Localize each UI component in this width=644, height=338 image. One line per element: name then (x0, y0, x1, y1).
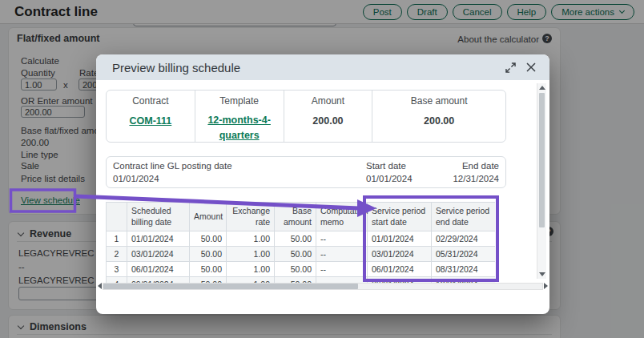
table-cell: 06/01/2024 (368, 262, 432, 277)
schedule-table-head-row: Scheduled billing dateAmountExchange rat… (107, 203, 496, 231)
amount-value: 200.00 (312, 115, 343, 127)
summary-contract: Contract COM-111 (107, 91, 195, 142)
scroll-left-icon[interactable] (98, 283, 102, 289)
billing-schedule-table: Scheduled billing dateAmountExchange rat… (106, 202, 495, 283)
table-cell: 1.00 (227, 262, 275, 277)
gl-posting-date-label: Contract line GL posting date (113, 161, 232, 171)
preview-billing-schedule-modal: Preview billing schedule Contract COM-11… (96, 54, 549, 314)
end-date-group: End date 12/31/2024 (453, 161, 499, 183)
column-header: Computation memo (316, 203, 368, 231)
table-row: 306/01/202450.001.0050.00--06/01/202408/… (107, 262, 496, 277)
table-cell: 50.00 (190, 231, 227, 247)
schedule-table-body: 101/01/202450.001.0050.00--01/01/202402/… (107, 231, 496, 283)
summary-template: Template 12-months-4-quarters (195, 91, 284, 142)
modal-header: Preview billing schedule (96, 54, 549, 80)
row-number: 1 (107, 231, 127, 247)
column-header: Exchange rate (227, 203, 275, 231)
schedule-summary-card: Contract COM-111 Template 12-months-4-qu… (106, 90, 506, 143)
table-cell: 08/31/2024 (432, 262, 496, 277)
table-cell: 03/01/2024 (127, 247, 190, 262)
scroll-right-icon[interactable] (544, 283, 548, 289)
column-header: Scheduled billing date (127, 203, 190, 231)
expand-icon[interactable] (503, 60, 517, 74)
contract-link[interactable]: COM-111 (129, 114, 171, 129)
table-cell: -- (316, 231, 368, 247)
base-amount-label: Base amount (376, 95, 502, 107)
row-number: 2 (107, 247, 127, 262)
start-date-value: 01/01/2024 (366, 174, 413, 183)
table-cell: 50.00 (190, 247, 227, 262)
table-cell: 02/29/2024 (432, 231, 496, 247)
table-row: 101/01/202450.001.0050.00--01/01/202402/… (107, 231, 496, 247)
close-icon[interactable] (524, 60, 538, 74)
table-cell: 50.00 (275, 231, 316, 247)
table-cell: 01/01/2024 (127, 231, 190, 247)
start-date-label: Start date (366, 161, 413, 171)
column-header: Amount (190, 203, 227, 231)
row-number: 3 (107, 262, 127, 277)
table-cell: -- (316, 247, 368, 262)
scroll-down-icon[interactable] (539, 272, 545, 276)
table-cell: 05/31/2024 (432, 247, 496, 262)
table-cell: 50.00 (275, 262, 316, 277)
base-amount-value: 200.00 (424, 115, 454, 127)
table-cell: 06/01/2024 (127, 262, 190, 277)
contract-label: Contract (110, 95, 191, 107)
end-date-value: 12/31/2024 (453, 174, 499, 183)
table-cell: 50.00 (190, 262, 227, 277)
table-row: 203/01/202450.001.0050.00--03/01/202405/… (107, 247, 496, 262)
vertical-scroll-thumb[interactable] (539, 93, 545, 227)
summary-amount: Amount 200.00 (284, 91, 373, 142)
screen: Contract line Post Draft Cancel Help Mor… (0, 0, 644, 338)
table-cell: 1.00 (227, 247, 275, 262)
horizontal-scroll-track[interactable] (103, 283, 543, 290)
horizontal-scroll-thumb[interactable] (103, 284, 358, 289)
horizontal-scrollbar[interactable] (98, 282, 548, 290)
gl-posting-date-value: 01/01/2024 (113, 174, 232, 183)
table-cell: -- (316, 262, 368, 277)
vertical-scrollbar[interactable] (537, 83, 546, 279)
modal-title: Preview billing schedule (112, 61, 497, 74)
schedule-dates-card: Contract line GL posting date 01/01/2024… (106, 156, 506, 188)
amount-label: Amount (288, 95, 369, 107)
end-date-label: End date (453, 161, 499, 171)
column-header (107, 203, 127, 231)
gl-posting-date-group: Contract line GL posting date 01/01/2024 (113, 161, 232, 183)
scroll-up-icon[interactable] (539, 86, 545, 90)
table-cell: 01/01/2024 (368, 231, 432, 247)
column-header: Base amount (275, 203, 316, 231)
table-cell: 50.00 (275, 247, 316, 262)
schedule-table-container: Scheduled billing dateAmountExchange rat… (106, 202, 495, 283)
column-header: Service period end date (432, 203, 496, 231)
template-link[interactable]: 12-months-4-quarters (199, 113, 280, 143)
table-cell: 1.00 (227, 231, 275, 247)
start-date-group: Start date 01/01/2024 (366, 161, 413, 183)
summary-base-amount: Base amount 200.00 (372, 91, 505, 142)
column-header: Service period start date (368, 203, 432, 231)
table-cell: 03/01/2024 (368, 247, 432, 262)
template-label: Template (199, 95, 280, 107)
